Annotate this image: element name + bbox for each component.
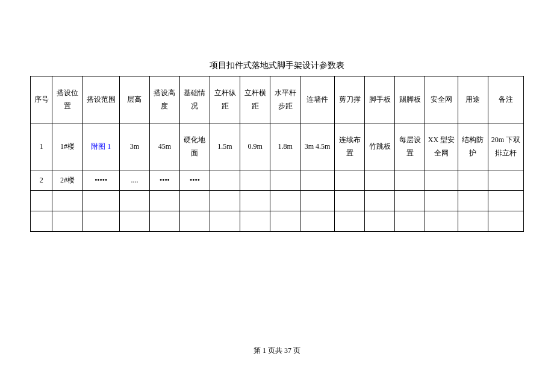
table-cell: 20m 下双排立杆 [488, 123, 523, 170]
table-cell: .... [119, 170, 149, 191]
table-cell: 每层设置 [395, 123, 425, 170]
table-cell: XX 型安全网 [425, 123, 458, 170]
header-cell: 基础情况 [179, 76, 210, 123]
header-cell: 水平杆步距 [270, 76, 300, 123]
header-cell: 搭设范围 [82, 76, 119, 123]
table-cell [240, 170, 270, 191]
header-cell: 搭设位置 [52, 76, 82, 123]
table-row: 11#楼附图 13m45m硬化地面1.5m0.9m1.8m3m 4.5m连续布置… [31, 123, 524, 170]
table-cell [179, 211, 210, 232]
table-cell: ••••• [82, 170, 119, 191]
header-cell: 剪刀撑 [335, 76, 365, 123]
table-cell [31, 211, 52, 232]
table-cell [458, 211, 488, 232]
table-cell [270, 211, 300, 232]
header-cell: 备注 [488, 76, 523, 123]
table-cell [82, 191, 119, 211]
table-cell [488, 170, 523, 191]
table-cell [149, 211, 179, 232]
header-cell: 踢脚板 [395, 76, 425, 123]
table-cell [210, 211, 240, 232]
table-cell: 2 [31, 170, 52, 191]
header-cell: 脚手板 [365, 76, 395, 123]
table-cell [149, 191, 179, 211]
table-cell [270, 191, 300, 211]
table-cell [425, 170, 458, 191]
header-cell: 搭设高度 [149, 76, 179, 123]
table-cell [335, 170, 365, 191]
table-cell: 1.8m [270, 123, 300, 170]
table-cell [335, 191, 365, 211]
header-cell: 立杆纵距 [210, 76, 240, 123]
table-cell [365, 170, 395, 191]
table-cell [300, 191, 335, 211]
table-cell: 3m [119, 123, 149, 170]
document-title: 项目扣件式落地式脚手架设计参数表 [0, 60, 554, 71]
table-cell: 附图 1 [82, 123, 119, 170]
table-cell [119, 191, 149, 211]
table-cell [119, 211, 149, 232]
header-cell: 序号 [31, 76, 52, 123]
table-cell [365, 211, 395, 232]
table-cell [210, 170, 240, 191]
table-cell: 竹跳板 [365, 123, 395, 170]
table-row: 22#楼•••••....•••••••• [31, 170, 524, 191]
table-cell [425, 191, 458, 211]
table-cell [31, 191, 52, 211]
table-cell [488, 191, 523, 211]
attachment-link[interactable]: 附图 1 [91, 142, 111, 151]
table-cell [240, 211, 270, 232]
table-cell [425, 211, 458, 232]
table-cell [52, 211, 82, 232]
table-cell: •••• [149, 170, 179, 191]
table-cell: 1#楼 [52, 123, 82, 170]
table-cell [458, 170, 488, 191]
header-cell: 层高 [119, 76, 149, 123]
table-cell [395, 170, 425, 191]
table-cell: 1 [31, 123, 52, 170]
table-cell [300, 211, 335, 232]
header-cell: 连墙件 [300, 76, 335, 123]
table-cell [82, 211, 119, 232]
table-cell [179, 191, 210, 211]
table-cell: 1.5m [210, 123, 240, 170]
table-cell: 0.9m [240, 123, 270, 170]
table-cell: •••• [179, 170, 210, 191]
table-cell [52, 191, 82, 211]
parameters-table: 序号搭设位置搭设范围层高搭设高度基础情况立杆纵距立杆横距水平杆步距连墙件剪刀撑脚… [30, 76, 524, 232]
table-cell [300, 170, 335, 191]
table-cell [210, 191, 240, 211]
table-cell: 连续布置 [335, 123, 365, 170]
table-container: 序号搭设位置搭设范围层高搭设高度基础情况立杆纵距立杆横距水平杆步距连墙件剪刀撑脚… [30, 76, 524, 232]
table-cell: 2#楼 [52, 170, 82, 191]
table-cell [458, 191, 488, 211]
table-row [31, 211, 524, 232]
table-cell: 硬化地面 [179, 123, 210, 170]
table-cell: 3m 4.5m [300, 123, 335, 170]
page-footer: 第 1 页共 37 页 [0, 346, 554, 356]
table-cell [335, 211, 365, 232]
header-row: 序号搭设位置搭设范围层高搭设高度基础情况立杆纵距立杆横距水平杆步距连墙件剪刀撑脚… [31, 76, 524, 123]
table-cell [270, 170, 300, 191]
header-cell: 用途 [458, 76, 488, 123]
header-cell: 立杆横距 [240, 76, 270, 123]
header-cell: 安全网 [425, 76, 458, 123]
table-cell [488, 211, 523, 232]
table-cell [395, 211, 425, 232]
table-cell [395, 191, 425, 211]
table-cell: 45m [149, 123, 179, 170]
table-cell: 结构防护 [458, 123, 488, 170]
table-cell [240, 191, 270, 211]
table-row [31, 191, 524, 211]
table-cell [365, 191, 395, 211]
